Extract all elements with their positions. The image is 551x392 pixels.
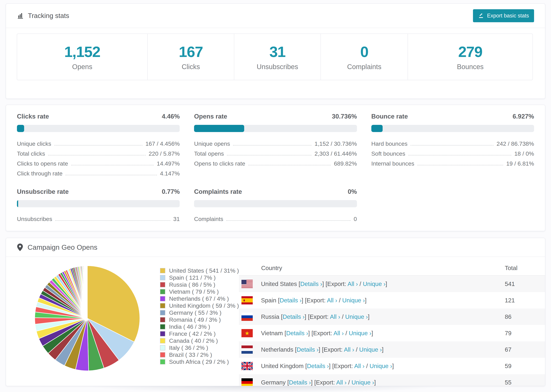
stat-label: Opens xyxy=(72,63,92,71)
details-link[interactable]: Details › xyxy=(307,363,329,369)
details-link[interactable]: Details › xyxy=(289,379,311,386)
legend-swatch xyxy=(160,282,165,287)
export-unique-link[interactable]: Unique › xyxy=(349,330,371,336)
rate-row-label: Complaints xyxy=(194,216,223,222)
rate-title: Clicks rate xyxy=(17,113,49,120)
rate-percent: 0.77% xyxy=(162,188,180,195)
rate-row-value: 689.82% xyxy=(334,160,357,167)
legend-item[interactable]: Romania ( 49 / 3% ) xyxy=(160,316,239,323)
legend-item[interactable]: South Africa ( 29 / 2% ) xyxy=(160,358,239,365)
tracking-stats-header: Tracking stats Export basic stats xyxy=(6,4,545,28)
column-header-total: Total xyxy=(505,265,517,271)
export-unique-link[interactable]: Unique › xyxy=(369,363,392,369)
export-all-link[interactable]: All › xyxy=(327,297,337,304)
country-cell: Germany [Details ›] [Export: All › / Uni… xyxy=(239,378,505,386)
export-unique-link[interactable]: Unique › xyxy=(352,379,374,386)
rate-row-label: Unsubscribes xyxy=(17,216,52,222)
export-all-link[interactable]: All › xyxy=(344,346,354,353)
legend-label: Canada ( 40 / 2% ) xyxy=(169,337,218,344)
country-cell: Netherlands [Details ›] [Export: All › /… xyxy=(239,345,505,354)
export-basic-stats-button[interactable]: Export basic stats xyxy=(473,9,534,22)
total-cell: 121 xyxy=(505,297,545,304)
legend-item[interactable]: Germany ( 55 / 3% ) xyxy=(160,309,239,316)
export-all-link[interactable]: All › xyxy=(347,280,358,287)
export-unique-link[interactable]: Unique › xyxy=(345,313,368,320)
country-cell: Spain [Details ›] [Export: All › / Uniqu… xyxy=(239,296,505,304)
tracking-stats-title-group: Tracking stats xyxy=(17,12,69,20)
legend-swatch xyxy=(160,359,165,364)
rate-row-value: 220 / 5.87% xyxy=(149,150,180,157)
stat-value: 279 xyxy=(458,43,482,61)
legend-item[interactable]: Netherlands ( 67 / 4% ) xyxy=(160,295,239,302)
dotted-leader xyxy=(54,145,142,146)
total-cell: 59 xyxy=(505,363,545,369)
details-link[interactable]: Details › xyxy=(300,280,322,287)
rate-rows: Unsubscribes 31 xyxy=(17,212,180,222)
legend-label: Romania ( 49 / 3% ) xyxy=(169,316,221,323)
export-all-link[interactable]: All › xyxy=(330,313,340,320)
geo-legend: United States ( 541 / 31% ) Spain ( 121 … xyxy=(160,267,239,365)
rate-row-value: 14.497% xyxy=(157,160,180,167)
legend-label: United States ( 541 / 31% ) xyxy=(169,267,239,274)
rate-row: Hard bounces 242 / 86.738% xyxy=(371,137,534,147)
flag-gb-icon xyxy=(241,362,253,370)
export-unique-link[interactable]: Unique › xyxy=(363,280,386,287)
rate-title-row: Complaints rate 0% xyxy=(194,188,357,195)
export-all-link[interactable]: All › xyxy=(336,379,346,386)
country-name: Germany xyxy=(261,379,286,386)
export-button-label: Export basic stats xyxy=(487,13,529,19)
total-cell: 86 xyxy=(505,313,545,320)
details-link[interactable]: Details › xyxy=(286,330,308,336)
progress-bar-track xyxy=(17,125,180,132)
legend-swatch xyxy=(160,317,165,322)
rate-row-value: 0 xyxy=(354,216,357,222)
legend-label: United Kingdom ( 59 / 3% ) xyxy=(169,302,239,309)
geo-body: United States ( 541 / 31% ) Spain ( 121 … xyxy=(6,257,545,386)
legend-swatch xyxy=(160,331,165,336)
details-link[interactable]: Details › xyxy=(297,346,318,353)
details-link[interactable]: Details › xyxy=(280,297,302,304)
rate-row-value: 167 / 4.456% xyxy=(145,140,180,147)
stat-label: Clicks xyxy=(182,63,200,71)
rate-title-row: Opens rate 30.736% xyxy=(194,113,357,120)
rate-row: Total clicks 220 / 5.87% xyxy=(17,147,180,157)
rate-row-label: Clicks to opens rate xyxy=(17,160,68,167)
legend-label: Netherlands ( 67 / 4% ) xyxy=(169,295,229,302)
legend-item[interactable]: United Kingdom ( 59 / 3% ) xyxy=(160,302,239,309)
legend-label: Russia ( 86 / 5% ) xyxy=(169,281,215,288)
legend-item[interactable]: India ( 46 / 3% ) xyxy=(160,323,239,330)
export-icon xyxy=(478,13,484,19)
legend-label: Vietnam ( 79 / 5% ) xyxy=(169,288,219,295)
total-cell: 67 xyxy=(505,346,545,353)
details-link[interactable]: Details › xyxy=(283,313,304,320)
rate-title: Complaints rate xyxy=(194,188,242,195)
legend-item[interactable]: Vietnam ( 79 / 5% ) xyxy=(160,288,239,295)
geo-pie-chart[interactable] xyxy=(33,264,141,373)
legend-item[interactable]: France ( 42 / 2% ) xyxy=(160,330,239,337)
rate-rows: Hard bounces 242 / 86.738% Soft bounces … xyxy=(371,137,534,167)
geo-table-header: Country Total xyxy=(239,261,545,276)
dotted-leader xyxy=(71,165,154,165)
export-all-link[interactable]: All › xyxy=(354,363,365,369)
export-all-link[interactable]: All › xyxy=(333,330,344,336)
rate-title-row: Clicks rate 4.46% xyxy=(17,113,180,120)
legend-item[interactable]: Russia ( 86 / 5% ) xyxy=(160,281,239,288)
country-text: Germany [Details ›] [Export: All › / Uni… xyxy=(261,379,376,386)
legend-item[interactable]: Canada ( 40 / 2% ) xyxy=(160,337,239,344)
legend-item[interactable]: United States ( 541 / 31% ) xyxy=(160,267,239,274)
legend-swatch xyxy=(160,352,165,357)
rate-panel-complaints-rate: Complaints rate 0% Complaints 0 xyxy=(194,188,357,222)
export-unique-link[interactable]: Unique › xyxy=(342,297,365,304)
progress-bar-fill xyxy=(371,125,383,132)
legend-item[interactable]: Spain ( 121 / 7% ) xyxy=(160,274,239,281)
legend-item[interactable]: Brazil ( 33 / 2% ) xyxy=(160,351,239,358)
export-unique-link[interactable]: Unique › xyxy=(359,346,382,353)
rate-row-label: Opens to clicks rate xyxy=(194,160,245,167)
rate-row-label: Click through rate xyxy=(17,170,63,177)
country-name: Netherlands xyxy=(261,346,293,353)
geo-table-row-nl: Netherlands [Details ›] [Export: All › /… xyxy=(239,341,545,358)
legend-swatch xyxy=(160,296,165,301)
legend-swatch xyxy=(160,310,165,315)
legend-item[interactable]: Italy ( 36 / 2% ) xyxy=(160,344,239,351)
rate-row-value: 4.147% xyxy=(160,170,180,177)
